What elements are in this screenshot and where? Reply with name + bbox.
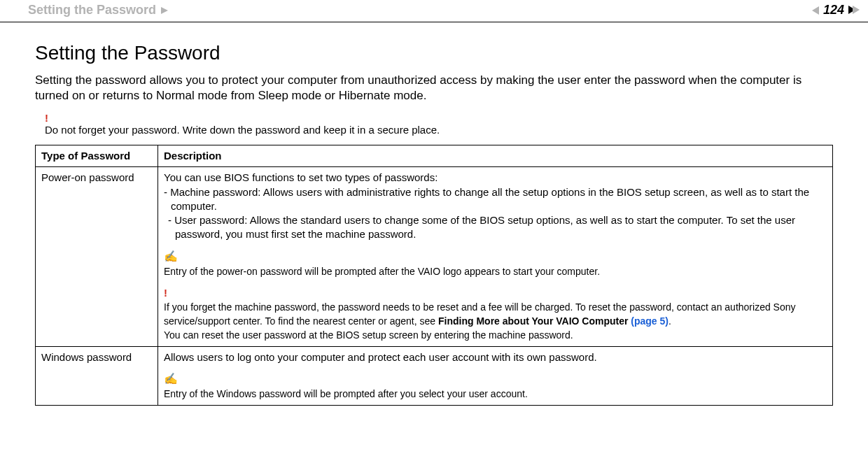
windows-type-cell: Windows password: [36, 346, 158, 405]
note-icon: ✍: [164, 371, 827, 387]
table-row: Windows password Allows users to log ont…: [36, 346, 833, 405]
prev-page-icon[interactable]: [812, 6, 819, 15]
windows-note: Entry of the Windows password will be pr…: [164, 388, 528, 399]
poweron-bullet-2: - User password: Allows the standard use…: [164, 213, 827, 242]
poweron-desc-cell: You can use BIOS functions to set two ty…: [158, 167, 833, 346]
col-type-header: Type of Password: [36, 145, 158, 167]
password-table: Type of Password Description Power-on pa…: [35, 145, 833, 405]
poweron-warn-suffix: .: [668, 315, 671, 327]
poweron-type-cell: Power-on password: [36, 167, 158, 346]
breadcrumb[interactable]: Setting the Password: [28, 3, 156, 17]
poweron-bullet-1: - Machine password: Allows users with ad…: [164, 185, 827, 214]
page-nav: 124: [812, 3, 860, 17]
warning-text: Do not forget your password. Write down …: [45, 124, 440, 136]
next-page-icon[interactable]: [848, 4, 860, 17]
table-row: Power-on password You can use BIOS funct…: [36, 167, 833, 346]
poweron-warn-bold: Finding More about Your VAIO Computer: [438, 315, 631, 327]
page-content: Setting the Password Setting the passwor…: [0, 22, 868, 413]
warning-icon: !: [164, 286, 827, 300]
note-icon: ✍: [164, 249, 827, 264]
intro-paragraph: Setting the password allows you to prote…: [35, 73, 833, 104]
page-header: Setting the Password 124: [0, 0, 868, 22]
warning-icon: !: [45, 112, 833, 124]
poweron-intro: You can use BIOS functions to set two ty…: [164, 171, 438, 183]
warning-callout: ! Do not forget your password. Write dow…: [45, 112, 833, 136]
table-header-row: Type of Password Description: [36, 145, 833, 167]
page-5-link[interactable]: (page 5): [631, 315, 668, 327]
col-desc-header: Description: [158, 145, 833, 167]
poweron-warning-line1: If you forget the machine password, the …: [164, 301, 796, 327]
page-number: 124: [823, 3, 844, 17]
windows-desc: Allows users to log onto your computer a…: [164, 351, 597, 363]
poweron-warning-line2: You can reset the user password at the B…: [164, 329, 573, 341]
page-title: Setting the Password: [35, 42, 833, 64]
windows-desc-cell: Allows users to log onto your computer a…: [158, 346, 833, 405]
poweron-note: Entry of the power-on password will be p…: [164, 266, 600, 277]
